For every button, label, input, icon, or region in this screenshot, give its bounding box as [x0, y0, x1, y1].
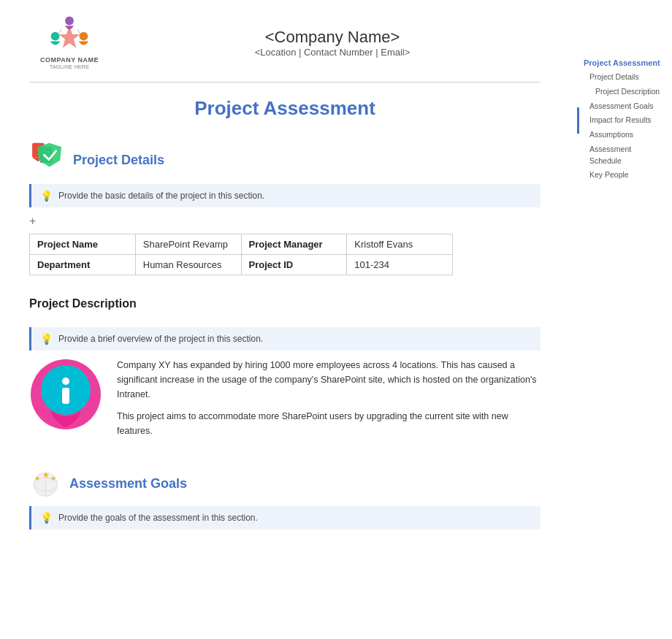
assessment-goals-header: ★ ★ ★ Assessment Goals	[29, 467, 541, 500]
table-cell-value: Human Resources	[135, 255, 241, 275]
svg-line-3	[59, 29, 61, 33]
svg-point-13	[62, 378, 69, 385]
svg-point-1	[51, 32, 60, 41]
company-title: <Company Name>	[124, 28, 541, 47]
table-cell-value2: Kristoff Evans	[347, 234, 453, 255]
company-logo: COMPANY NAME TAGLINE HERE	[29, 15, 110, 70]
hint-icon: 💡	[40, 512, 53, 524]
sidebar-item-assessment-schedule[interactable]: Assessment Schedule	[584, 142, 665, 169]
project-description-section: Project Description 💡 Provide a brief ov…	[29, 297, 541, 445]
svg-text:★: ★	[50, 475, 56, 482]
project-details-header: Project Details	[29, 142, 541, 178]
sidebar-item-key-people[interactable]: Key People	[584, 168, 665, 183]
table-cell-label: Department	[30, 255, 136, 275]
assessment-goals-hint: 💡 Provide the goals of the assessment in…	[29, 506, 541, 529]
table-row: Department Human Resources Project ID 10…	[30, 255, 453, 275]
sidebar: Project Assessment Project Details Proje…	[570, 0, 672, 639]
project-description-text: Company XY has expanded by hiring 1000 m…	[117, 358, 541, 445]
table-row: Project Name SharePoint Revamp Project M…	[30, 234, 453, 255]
sidebar-item-project-assessment[interactable]: Project Assessment	[584, 58, 665, 67]
hint-icon: 💡	[40, 333, 53, 345]
project-details-title: Project Details	[73, 153, 164, 168]
project-details-icon	[29, 142, 66, 178]
svg-point-2	[80, 32, 88, 41]
project-details-hint: 💡 Provide the basic details of the proje…	[29, 184, 541, 207]
desc-paragraph-2: This project aims to accommodate more Sh…	[117, 409, 541, 438]
svg-text:★: ★	[42, 470, 50, 479]
sidebar-item-project-details[interactable]: Project Details	[584, 70, 665, 85]
page-title: Project Assessment	[29, 97, 541, 120]
table-cell-label: Project Name	[30, 234, 136, 255]
sidebar-item-assumptions[interactable]: Assumptions	[584, 128, 665, 142]
svg-rect-14	[62, 388, 69, 404]
company-contact: <Location | Contact Number | Email>	[124, 47, 541, 58]
project-details-section: Project Details 💡 Provide the basic deta…	[29, 142, 541, 275]
project-description-title: Project Description	[29, 297, 541, 310]
logo-icon	[47, 15, 91, 55]
table-cell-label2: Project ID	[241, 255, 347, 275]
sidebar-item-project-description[interactable]: Project Description	[584, 85, 665, 99]
hint-icon: 💡	[40, 190, 53, 202]
sidebar-item-assessment-goals[interactable]: Assessment Goals	[584, 99, 665, 114]
table-cell-value2: 101-234	[347, 255, 453, 275]
sidebar-item-impact-for-results[interactable]: Impact for Results	[584, 113, 665, 128]
company-tagline: TAGLINE HERE	[50, 64, 89, 70]
company-name-label: COMPANY NAME	[40, 56, 99, 64]
header-info: <Company Name> <Location | Contact Numbe…	[124, 28, 541, 58]
info-icon	[29, 358, 102, 431]
svg-point-0	[65, 17, 74, 26]
project-description-hint: 💡 Provide a brief overview of the projec…	[29, 327, 541, 351]
table-cell-value: SharePoint Revamp	[135, 234, 241, 255]
project-description-content: Company XY has expanded by hiring 1000 m…	[29, 358, 541, 445]
assessment-goals-section: ★ ★ ★ Assessment Goals 💡 Provide the goa…	[29, 467, 541, 529]
sidebar-nav: Project Assessment Project Details Proje…	[577, 58, 665, 183]
add-row-button[interactable]: +	[29, 215, 541, 228]
assessment-goals-title: Assessment Goals	[69, 476, 187, 491]
svg-line-4	[77, 29, 80, 33]
desc-paragraph-1: Company XY has expanded by hiring 1000 m…	[117, 358, 541, 402]
table-cell-label2: Project Manager	[241, 234, 347, 255]
assessment-goals-icon: ★ ★ ★	[29, 467, 62, 500]
project-details-table: Project Name SharePoint Revamp Project M…	[29, 234, 453, 275]
page-header: COMPANY NAME TAGLINE HERE <Company Name>…	[29, 15, 541, 83]
svg-text:★: ★	[34, 475, 40, 482]
